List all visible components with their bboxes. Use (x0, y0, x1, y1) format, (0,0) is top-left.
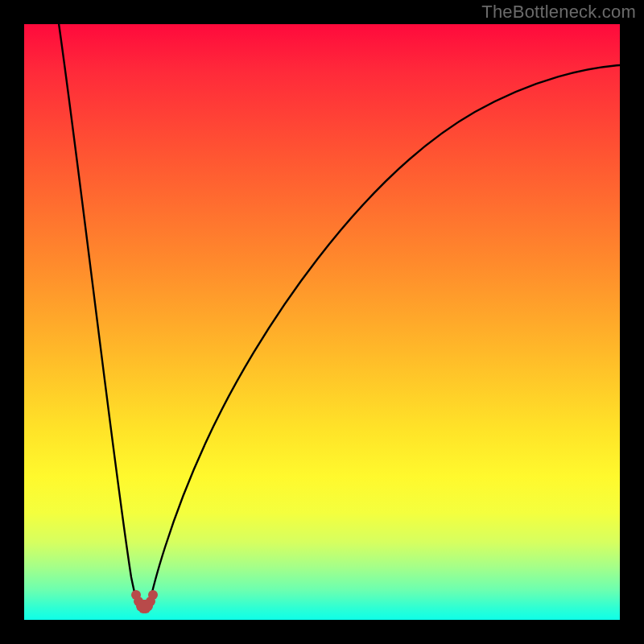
svg-point-7 (148, 590, 158, 600)
curve-left (59, 23, 141, 608)
marker-cluster (131, 590, 158, 613)
chart-frame: TheBottleneck.com (0, 0, 644, 644)
curve-right (149, 65, 620, 606)
svg-rect-8 (137, 600, 151, 611)
curve-layer (24, 23, 620, 620)
curve-group (59, 23, 620, 613)
watermark-text: TheBottleneck.com (481, 2, 636, 23)
